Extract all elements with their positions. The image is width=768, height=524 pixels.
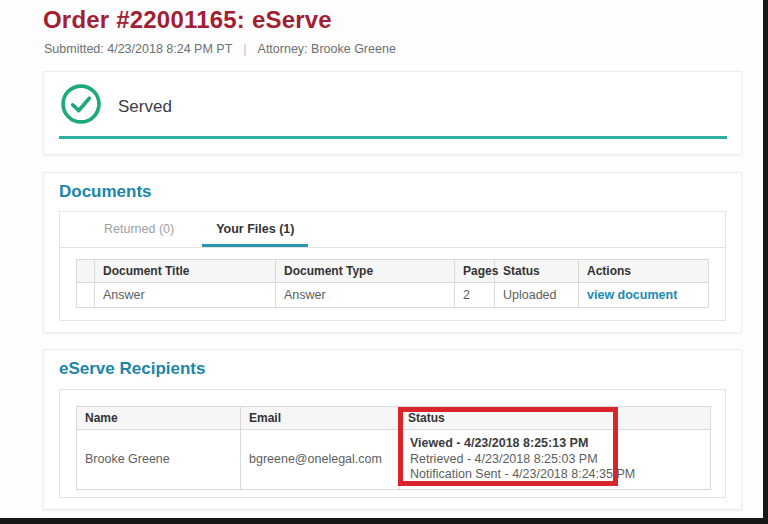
col-header-pages: Pages	[455, 260, 495, 283]
actions-cell: view document	[579, 283, 709, 308]
served-status-label: Served	[118, 97, 172, 117]
status-line-retrieved: Retrieved - 4/23/2018 8:25:03 PM	[410, 452, 700, 468]
recipients-table: Name Email Status Brooke Greene bgreene@…	[76, 406, 711, 490]
col-header-status: Status	[495, 260, 579, 283]
recipient-email-cell: bgreene@onelegal.com	[241, 430, 400, 490]
col-header-document-title: Document Title	[95, 260, 276, 283]
recipient-status-cell: Viewed - 4/23/2018 8:25:13 PM Retrieved …	[400, 430, 711, 490]
col-header-document-type: Document Type	[276, 260, 455, 283]
recipients-section: eServe Recipients Name Email Status Broo…	[43, 349, 742, 510]
check-circle-icon	[60, 83, 102, 129]
pages-cell: 2	[455, 283, 495, 308]
documents-tab-bar: Returned (0) Your Files (1)	[60, 212, 725, 248]
col-header-name: Name	[77, 407, 241, 430]
submitted-timestamp: Submitted: 4/23/2018 8:24 PM PT	[44, 42, 232, 56]
recipient-name-cell: Brooke Greene	[77, 430, 241, 490]
status-line-notification-sent: Notification Sent - 4/23/2018 8:24:35 PM	[410, 467, 700, 483]
status-cell: Uploaded	[495, 283, 579, 308]
tab-your-files[interactable]: Your Files (1)	[202, 222, 308, 247]
documents-heading: Documents	[59, 182, 152, 202]
documents-table-header-row: Document Title Document Type Pages Statu…	[77, 260, 709, 283]
document-type-cell: Answer	[276, 283, 455, 308]
view-document-link[interactable]: view document	[587, 288, 677, 302]
page-title: Order #22001165: eServe	[43, 6, 332, 34]
col-header-recipient-status: Status	[400, 407, 711, 430]
col-header-email: Email	[241, 407, 400, 430]
progress-rule	[59, 136, 727, 139]
order-meta: Submitted: 4/23/2018 8:24 PM PT|Attorney…	[44, 42, 396, 56]
row-blank-cell	[77, 283, 95, 308]
document-title-cell: Answer	[95, 283, 276, 308]
col-header-blank	[77, 260, 95, 283]
attorney-label: Attorney: Brooke Greene	[258, 42, 396, 56]
order-status-page: Order #22001165: eServe Submitted: 4/23/…	[0, 0, 768, 524]
status-line-viewed: Viewed - 4/23/2018 8:25:13 PM	[410, 436, 700, 452]
meta-divider: |	[243, 42, 246, 56]
recipients-panel: Name Email Status Brooke Greene bgreene@…	[59, 389, 726, 498]
table-row: Answer Answer 2 Uploaded view document	[77, 283, 709, 308]
col-header-actions: Actions	[579, 260, 709, 283]
recipients-heading: eServe Recipients	[59, 359, 205, 379]
documents-section: Documents Returned (0) Your Files (1) Do…	[43, 172, 742, 333]
table-row: Brooke Greene bgreene@onelegal.com Viewe…	[77, 430, 711, 490]
recipients-table-header-row: Name Email Status	[77, 407, 711, 430]
documents-panel: Returned (0) Your Files (1) Document Tit…	[59, 211, 726, 321]
tab-returned[interactable]: Returned (0)	[90, 222, 188, 247]
served-status-banner: Served	[43, 71, 742, 155]
documents-table: Document Title Document Type Pages Statu…	[76, 259, 709, 308]
